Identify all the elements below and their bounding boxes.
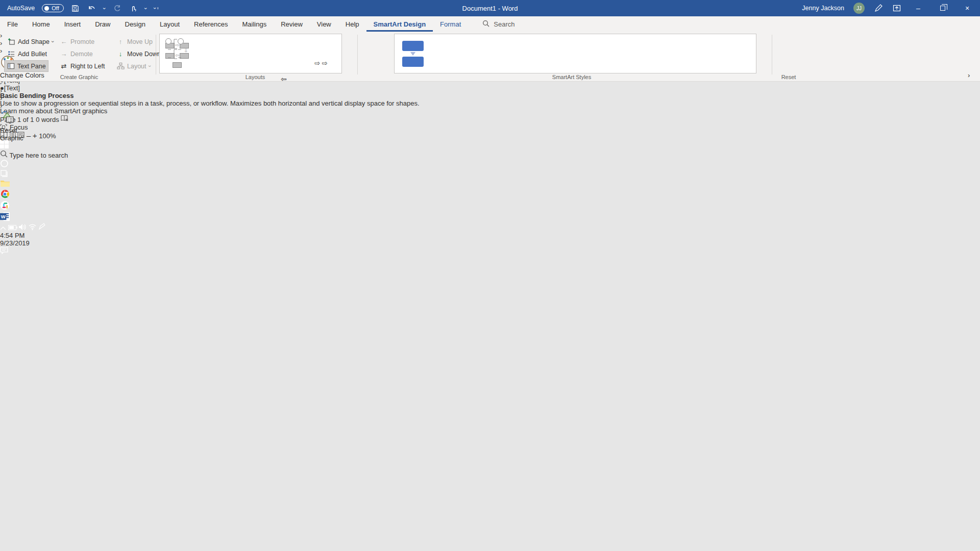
- tab-draw[interactable]: Draw: [88, 16, 117, 32]
- layout-thumbnail-process-arrows[interactable]: ⇨ ⇨: [304, 36, 338, 71]
- slack-icon: [0, 201, 10, 210]
- cortana-button[interactable]: [0, 159, 980, 169]
- tab-help[interactable]: Help: [338, 16, 366, 32]
- tab-format[interactable]: Format: [433, 16, 468, 32]
- right-to-left-label: Right to Left: [70, 63, 105, 70]
- layout-thumbnail-process-grid[interactable]: [232, 36, 267, 71]
- word-count[interactable]: 0 words: [36, 116, 59, 123]
- move-up-button: ↑ Move Up: [114, 36, 155, 47]
- tab-view[interactable]: View: [310, 16, 338, 32]
- ribbon-tab-row: File Home Insert Draw Design Layout Refe…: [0, 16, 980, 32]
- undo-icon[interactable]: [87, 4, 96, 13]
- autosave-label: AutoSave: [7, 5, 35, 12]
- tab-home[interactable]: Home: [25, 16, 57, 32]
- tab-layout[interactable]: Layout: [153, 16, 187, 32]
- tab-references[interactable]: References: [187, 16, 235, 32]
- styles-more-icon[interactable]: ›: [0, 102, 980, 110]
- word-button[interactable]: W: [0, 212, 980, 223]
- smartart-styles-gallery: [394, 34, 756, 73]
- start-button[interactable]: [0, 140, 980, 150]
- text-pane-label: Text Pane: [17, 63, 46, 70]
- tab-design[interactable]: Design: [118, 16, 153, 32]
- autosave-state: Off: [52, 5, 59, 11]
- save-icon[interactable]: [71, 4, 80, 13]
- right-to-left-button[interactable]: ⇄ Right to Left: [58, 60, 107, 72]
- tray-expand-icon[interactable]: [0, 224, 6, 232]
- layout-icon: [116, 62, 125, 70]
- styles-gallery-scroll: › › ›: [0, 87, 980, 110]
- style-thumbnail-5[interactable]: [538, 36, 573, 71]
- text-pane-button[interactable]: Text Pane: [4, 60, 48, 72]
- windows-ink-icon[interactable]: [38, 224, 45, 232]
- volume-icon[interactable]: [19, 224, 27, 232]
- reset-graphic-button[interactable]: Reset Graphic: [0, 110, 27, 142]
- zoom-level[interactable]: 100%: [39, 132, 56, 140]
- redo-icon: [112, 4, 121, 13]
- style-thumbnail-3[interactable]: [467, 36, 502, 71]
- file-explorer-button[interactable]: [0, 180, 980, 189]
- move-up-icon: ↑: [116, 38, 125, 46]
- ribbon-display-options-icon[interactable]: [892, 4, 901, 13]
- tab-review[interactable]: Review: [274, 16, 310, 32]
- minimize-button[interactable]: –: [911, 0, 926, 16]
- autosave-toggle[interactable]: Off: [42, 4, 63, 12]
- focus-mode-button[interactable]: Focus: [0, 123, 980, 131]
- add-bullet-button[interactable]: Add Bullet: [5, 48, 49, 60]
- move-up-label: Move Up: [127, 38, 153, 45]
- search-icon: [482, 20, 489, 29]
- style-thumbnail-9[interactable]: [681, 36, 716, 71]
- zoom-in-icon[interactable]: +: [33, 131, 37, 140]
- smartart-styles-group-label: SmartArt Styles: [521, 74, 623, 80]
- style-thumbnail-2[interactable]: [431, 36, 466, 71]
- chrome-button[interactable]: [0, 189, 980, 201]
- taskbar-clock[interactable]: 4:54 PM 9/23/2019: [0, 232, 980, 247]
- proofing-errors-icon[interactable]: [61, 116, 69, 123]
- close-button[interactable]: ×: [960, 0, 975, 16]
- change-colors-dropdown-icon: ›: [0, 83, 4, 85]
- layout-thumbnail-continuous-picture-list[interactable]: ⇦: [268, 36, 303, 71]
- battery-icon[interactable]: [8, 224, 17, 232]
- search-label: Search: [494, 20, 514, 28]
- touch-pen-mode-icon[interactable]: [129, 4, 138, 13]
- style-thumbnail-8[interactable]: [646, 36, 680, 71]
- slack-button[interactable]: [0, 201, 980, 212]
- svg-text:W: W: [1, 214, 6, 219]
- title-bar: AutoSave Off › › › Document1 - Word Jenn…: [0, 0, 980, 16]
- restore-button[interactable]: [935, 0, 950, 16]
- zoom-out-icon[interactable]: –: [27, 131, 31, 140]
- style-thumbnail-7[interactable]: [610, 36, 645, 71]
- chrome-icon: [0, 189, 10, 199]
- reset-graphic-icon: [0, 110, 27, 127]
- taskbar-search-box[interactable]: Type here to search: [0, 150, 980, 159]
- promote-button: ← Promote: [58, 36, 96, 47]
- add-shape-button[interactable]: Add Shape ›: [5, 36, 56, 47]
- add-shape-icon: [7, 38, 15, 46]
- styles-scroll-up-icon[interactable]: ›: [0, 87, 980, 94]
- pen-dropdown-icon[interactable]: ›: [143, 7, 149, 9]
- undo-dropdown-icon[interactable]: ›: [102, 7, 107, 9]
- tab-smartart-design[interactable]: SmartArt Design: [366, 16, 433, 32]
- style-thumbnail-1[interactable]: [396, 36, 430, 71]
- styles-scroll-down-icon[interactable]: ›: [0, 94, 980, 102]
- tab-insert[interactable]: Insert: [57, 16, 88, 32]
- collapse-ribbon-icon[interactable]: ›: [968, 71, 970, 79]
- task-view-button[interactable]: [0, 169, 980, 180]
- demote-label: Demote: [70, 51, 93, 58]
- right-to-left-icon: ⇄: [60, 62, 68, 70]
- style-thumbnail-4[interactable]: [503, 36, 537, 71]
- promote-label: Promote: [70, 38, 94, 45]
- customize-qat-icon[interactable]: ›: [152, 7, 158, 9]
- layout-dropdown-icon: ›: [147, 65, 153, 67]
- tab-mailings[interactable]: Mailings: [235, 16, 274, 32]
- avatar[interactable]: JJ: [853, 3, 865, 14]
- wifi-icon[interactable]: [29, 224, 36, 232]
- cortana-icon: [0, 159, 9, 168]
- user-name[interactable]: Jenny Jackson: [802, 5, 844, 12]
- tab-file[interactable]: File: [0, 16, 25, 32]
- ribbon-search[interactable]: Search: [482, 20, 514, 29]
- layout-thumbnail-alternating-flow[interactable]: [197, 36, 231, 71]
- action-center-icon[interactable]: [0, 248, 8, 256]
- inking-icon[interactable]: [874, 4, 883, 13]
- style-thumbnail-10[interactable]: [717, 36, 752, 71]
- style-thumbnail-6[interactable]: [574, 36, 609, 71]
